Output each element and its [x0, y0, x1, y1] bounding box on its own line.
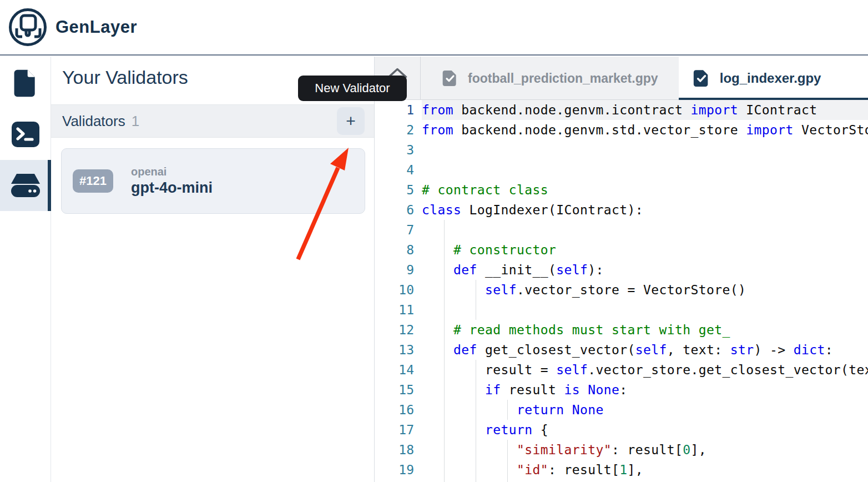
code-pane: 1from backend.node.genvm.icontract impor…	[375, 100, 868, 482]
activity-item-validators[interactable]	[0, 160, 51, 211]
code-line[interactable]: 19 "id": result[1],	[375, 460, 868, 480]
hard-drive-icon	[11, 173, 41, 198]
code-line[interactable]: 7	[375, 220, 868, 240]
tab-football-prediction-market[interactable]: football_prediction_market.gpy	[420, 57, 679, 100]
code-line[interactable]: 17 return {	[375, 420, 868, 440]
line-number: 9	[375, 260, 422, 280]
line-number: 2	[375, 120, 422, 140]
line-number: 4	[375, 160, 422, 180]
new-validator-button[interactable]: +	[337, 107, 365, 135]
activity-item-files[interactable]	[0, 58, 51, 109]
editor-tab-bar: football_prediction_market.gpy log_index…	[375, 57, 868, 100]
code-line[interactable]: 14 result = self.vector_store.get_closes…	[375, 360, 868, 380]
line-number: 6	[375, 200, 422, 220]
code-line[interactable]: 18 "similarity": result[0],	[375, 440, 868, 460]
code-line[interactable]: 4	[375, 160, 868, 180]
code-editor: football_prediction_market.gpy log_index…	[375, 57, 868, 482]
code-line[interactable]: 3	[375, 140, 868, 160]
code-line[interactable]: 1from backend.node.genvm.icontract impor…	[375, 100, 868, 120]
activity-item-terminal[interactable]	[0, 109, 51, 160]
validators-panel: Your Validators Validators 1 + #121 open…	[51, 57, 375, 482]
brand-name: GenLayer	[55, 17, 137, 37]
terminal-icon	[11, 121, 40, 148]
line-number: 11	[375, 300, 422, 320]
code-line[interactable]: 15 if result is None:	[375, 380, 868, 400]
code-line[interactable]: 10 self.vector_store = VectorStore()	[375, 280, 868, 300]
line-number: 5	[375, 180, 422, 200]
code-lines: 1from backend.node.genvm.icontract impor…	[375, 100, 868, 480]
line-number: 10	[375, 280, 422, 300]
line-number: 16	[375, 400, 422, 420]
validator-id-badge: #121	[73, 169, 113, 193]
genlayer-logo: GenLayer	[8, 7, 137, 47]
code-line[interactable]: 9 def __init__(self):	[375, 260, 868, 280]
line-number: 17	[375, 420, 422, 440]
line-number: 8	[375, 240, 422, 260]
tab-label: football_prediction_market.gpy	[468, 71, 658, 86]
line-number: 13	[375, 340, 422, 360]
code-line[interactable]: 5# contract class	[375, 180, 868, 200]
code-line[interactable]: 8 # constructor	[375, 240, 868, 260]
tab-label: log_indexer.gpy	[720, 71, 821, 86]
validators-section-header: Validators 1 +	[51, 104, 374, 138]
file-check-icon	[441, 69, 459, 87]
line-number: 19	[375, 460, 422, 480]
file-icon	[13, 69, 38, 98]
file-check-icon	[692, 69, 711, 88]
line-number: 12	[375, 320, 422, 340]
code-line[interactable]: 12 # read methods must start with get_	[375, 320, 868, 340]
code-line[interactable]: 2from backend.node.genvm.std.vector_stor…	[375, 120, 868, 140]
line-number: 7	[375, 220, 422, 240]
code-line[interactable]: 11	[375, 300, 868, 320]
line-number: 1	[375, 100, 422, 120]
app-header: GenLayer	[0, 0, 868, 56]
line-number: 15	[375, 380, 422, 400]
validators-count: 1	[132, 113, 139, 130]
line-number: 14	[375, 360, 422, 380]
new-validator-tooltip: New Validator	[298, 76, 407, 101]
validator-model: gpt-4o-mini	[131, 179, 213, 197]
activity-bar	[0, 57, 51, 482]
validators-section-label: Validators	[62, 113, 125, 130]
validator-list-item[interactable]: #121 openai gpt-4o-mini	[61, 148, 365, 214]
tab-log-indexer[interactable]: log_indexer.gpy	[679, 57, 868, 100]
line-number: 18	[375, 440, 422, 460]
page-title: Your Validators	[62, 67, 188, 88]
code-line[interactable]: 13 def get_closest_vector(self, text: st…	[375, 340, 868, 360]
line-number: 3	[375, 140, 422, 160]
genlayer-logo-icon	[8, 7, 48, 47]
code-line[interactable]: 6class LogIndexer(IContract):	[375, 200, 868, 220]
validator-provider: openai	[131, 165, 213, 178]
code-line[interactable]: 16 return None	[375, 400, 868, 420]
